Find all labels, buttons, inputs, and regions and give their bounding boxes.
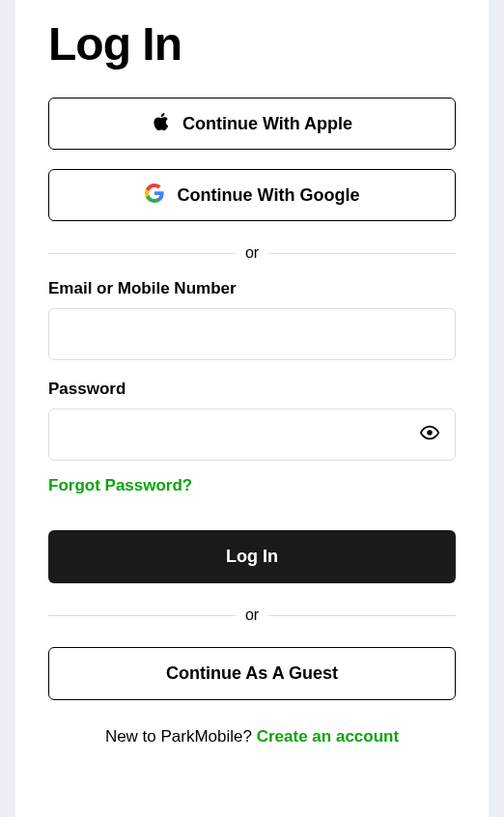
login-button[interactable]: Log In <box>48 530 456 583</box>
create-account-link[interactable]: Create an account <box>257 727 399 746</box>
divider-line <box>268 253 456 254</box>
email-label: Email or Mobile Number <box>48 279 456 298</box>
password-label: Password <box>48 380 456 399</box>
password-group: Password <box>48 380 456 461</box>
email-group: Email or Mobile Number <box>48 279 456 360</box>
divider: or <box>48 244 456 262</box>
show-password-icon[interactable] <box>419 422 440 447</box>
divider-line <box>48 253 236 254</box>
apple-button-label: Continue With Apple <box>182 114 352 134</box>
continue-guest-button[interactable]: Continue As A Guest <box>48 647 456 700</box>
footer-prompt: New to ParkMobile? <box>105 727 257 746</box>
google-icon <box>145 183 164 208</box>
password-input[interactable] <box>48 408 456 461</box>
continue-apple-button[interactable]: Continue With Apple <box>48 98 456 150</box>
divider-text: or <box>245 606 259 624</box>
divider-text: or <box>245 244 259 262</box>
divider-line <box>48 615 236 616</box>
oauth-buttons: Continue With Apple Continue With Google <box>48 98 456 221</box>
page-title: Log In <box>48 17 456 70</box>
footer: New to ParkMobile? Create an account <box>48 727 456 747</box>
divider: or <box>48 606 456 624</box>
google-button-label: Continue With Google <box>178 185 360 206</box>
email-input[interactable] <box>48 308 456 360</box>
svg-point-0 <box>427 430 433 436</box>
password-input-wrap <box>48 408 456 461</box>
apple-icon <box>152 112 169 136</box>
forgot-password-link[interactable]: Forgot Password? <box>48 476 192 495</box>
continue-google-button[interactable]: Continue With Google <box>48 169 456 221</box>
divider-line <box>268 615 456 616</box>
login-card: Log In Continue With Apple Continue With… <box>15 0 489 817</box>
